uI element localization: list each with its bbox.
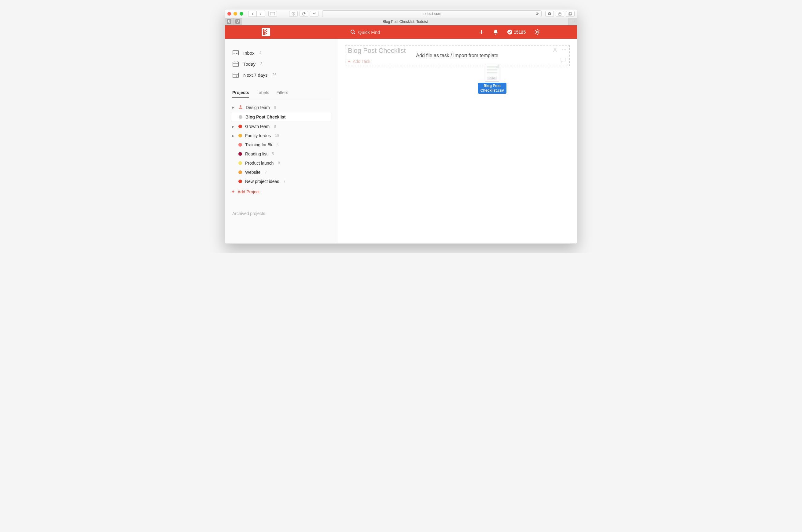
svg-line-23 bbox=[539, 30, 539, 31]
tab-filters[interactable]: Filters bbox=[277, 88, 288, 98]
quick-find[interactable]: Quick Find bbox=[350, 29, 380, 35]
url-bar[interactable]: todoist.com ⟳ bbox=[322, 11, 542, 17]
chevron-right-icon[interactable]: ▶ bbox=[231, 125, 235, 128]
svg-point-35 bbox=[565, 50, 566, 51]
share-button[interactable] bbox=[555, 11, 564, 17]
project-count: 8 bbox=[278, 161, 280, 165]
svg-point-13 bbox=[495, 34, 496, 35]
project-name: New project ideas bbox=[245, 179, 279, 184]
svg-line-22 bbox=[535, 33, 536, 34]
svg-line-12 bbox=[354, 33, 355, 34]
project-name: Design team bbox=[246, 105, 270, 110]
tab-labels[interactable]: Labels bbox=[256, 88, 269, 98]
project-count: 4 bbox=[277, 142, 279, 147]
pinned-tab-2[interactable]: U bbox=[234, 18, 242, 25]
project-item[interactable]: Product launch8 bbox=[231, 158, 331, 168]
svg-text:+7: +7 bbox=[234, 75, 237, 77]
nav-today[interactable]: Today 3 bbox=[231, 58, 331, 69]
tabs-overview-button[interactable] bbox=[566, 11, 575, 17]
main-panel: Blog Post Checklist Add file as task / I… bbox=[338, 39, 577, 243]
project-name: Reading list bbox=[245, 151, 268, 156]
svg-point-34 bbox=[564, 50, 565, 51]
project-item[interactable]: New project ideas7 bbox=[231, 177, 331, 186]
project-item[interactable]: ▶Growth team8 bbox=[231, 122, 331, 131]
chevron-right-icon[interactable]: ▶ bbox=[231, 134, 235, 137]
active-tab[interactable]: Blog Post Checklist: Todoist bbox=[242, 18, 568, 25]
reload-icon[interactable]: ⟳ bbox=[536, 12, 539, 16]
zoom-window-button[interactable] bbox=[240, 12, 243, 16]
add-task-link[interactable]: + Add Task bbox=[348, 59, 370, 64]
forward-button[interactable]: › bbox=[257, 11, 265, 17]
project-color-dot bbox=[238, 170, 242, 174]
window-titlebar: ‹ › todoist.com ⟳ bbox=[225, 10, 577, 18]
svg-point-32 bbox=[554, 48, 556, 50]
app-header: Quick Find 15125 bbox=[225, 25, 577, 39]
notifications-button[interactable] bbox=[493, 29, 498, 35]
project-name: Website bbox=[245, 170, 260, 175]
project-count: 18 bbox=[275, 133, 279, 138]
dropzone-text: Add file as task / Import from template bbox=[345, 53, 569, 58]
archived-projects-link[interactable]: Archived projects bbox=[231, 211, 331, 216]
tab-bar: U U Blog Post Checklist: Todoist + bbox=[225, 18, 577, 25]
dragged-file[interactable]: CSV Blog Post Checklist.csv bbox=[478, 64, 507, 94]
close-window-button[interactable] bbox=[227, 12, 231, 16]
project-item[interactable]: ▶Family to-dos18 bbox=[231, 131, 331, 140]
minimize-window-button[interactable] bbox=[234, 12, 237, 16]
nav-inbox-count: 4 bbox=[259, 51, 262, 55]
nav-today-count: 3 bbox=[260, 62, 262, 66]
project-item[interactable]: ▶Design team8 bbox=[231, 102, 331, 112]
nav-next7-label: Next 7 days bbox=[243, 72, 268, 78]
extension-icon-1[interactable] bbox=[289, 11, 298, 17]
project-name: Blog Post Checklist bbox=[245, 115, 286, 119]
todoist-logo[interactable] bbox=[262, 28, 270, 36]
svg-line-20 bbox=[535, 30, 536, 31]
project-menu-icon[interactable] bbox=[562, 48, 567, 54]
comments-icon[interactable] bbox=[561, 58, 566, 64]
pinned-tab-1[interactable]: U bbox=[225, 18, 234, 25]
project-item[interactable]: Website7 bbox=[231, 168, 331, 177]
svg-rect-9 bbox=[569, 12, 572, 15]
extension-icon-2[interactable] bbox=[299, 11, 308, 17]
sidebar-toggle-button[interactable] bbox=[268, 11, 277, 17]
project-color-dot bbox=[239, 115, 242, 119]
nav-back-forward: ‹ › bbox=[248, 11, 265, 17]
settings-button[interactable] bbox=[534, 29, 540, 35]
nav-next7[interactable]: +7 Next 7 days 26 bbox=[231, 69, 331, 80]
karma-points: 15125 bbox=[514, 30, 526, 35]
add-project-button[interactable]: + Add Project bbox=[231, 186, 331, 197]
tab-title: Blog Post Checklist: Todoist bbox=[383, 20, 428, 24]
add-task-button[interactable] bbox=[478, 29, 485, 35]
project-count: 7 bbox=[265, 170, 267, 174]
svg-rect-3 bbox=[293, 13, 294, 14]
chevron-right-icon[interactable]: ▶ bbox=[231, 106, 235, 109]
project-color-dot bbox=[238, 134, 242, 137]
sidebar-tabs: Projects Labels Filters bbox=[231, 88, 331, 98]
project-item[interactable]: Blog Post Checklist bbox=[231, 112, 331, 122]
inbox-icon bbox=[232, 50, 239, 56]
share-project-icon[interactable] bbox=[552, 48, 558, 54]
traffic-lights bbox=[227, 12, 243, 16]
extension-icon-3[interactable] bbox=[310, 11, 318, 17]
file-ext-badge: CSV bbox=[487, 77, 497, 80]
add-task-label: Add Task bbox=[353, 59, 370, 64]
nav-inbox[interactable]: Inbox 4 bbox=[231, 48, 331, 58]
plus-icon: + bbox=[232, 189, 234, 194]
back-button[interactable]: ‹ bbox=[248, 11, 257, 17]
project-item[interactable]: Reading list5 bbox=[231, 149, 331, 158]
quick-find-placeholder: Quick Find bbox=[358, 30, 380, 35]
nav-next7-count: 26 bbox=[272, 73, 276, 77]
project-count: 8 bbox=[274, 124, 276, 129]
browser-window: ‹ › todoist.com ⟳ U U bbox=[225, 9, 577, 244]
project-name: Growth team bbox=[245, 124, 270, 129]
plus-icon: + bbox=[348, 59, 350, 64]
downloads-button[interactable] bbox=[545, 11, 554, 17]
karma-score[interactable]: 15125 bbox=[507, 29, 526, 35]
karma-icon bbox=[507, 29, 513, 35]
tab-projects[interactable]: Projects bbox=[232, 88, 249, 98]
project-color-dot bbox=[238, 152, 242, 156]
project-item[interactable]: Training for 5k4 bbox=[231, 140, 331, 149]
svg-rect-4 bbox=[293, 14, 294, 14]
new-tab-button[interactable]: + bbox=[568, 18, 577, 25]
project-name: Family to-dos bbox=[245, 133, 271, 138]
dropzone[interactable]: Blog Post Checklist Add file as task / I… bbox=[345, 45, 570, 66]
